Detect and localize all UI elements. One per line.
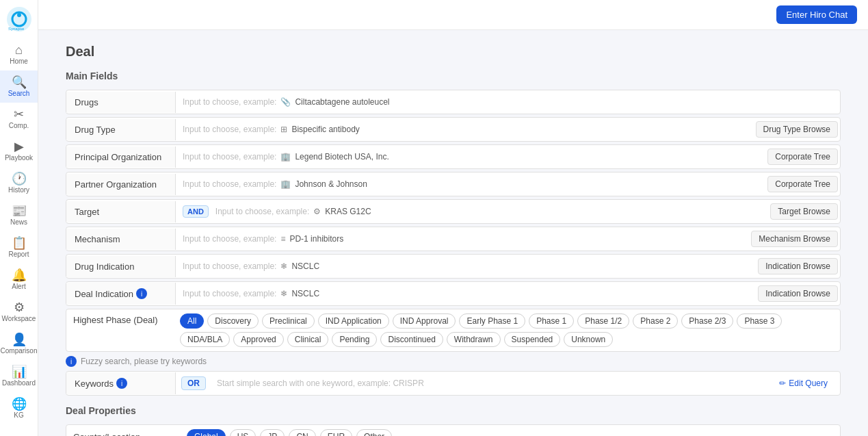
mechanism-browse-button[interactable]: Mechanism Browse: [751, 231, 838, 247]
report-icon: 📋: [12, 237, 27, 249]
sidebar-item-report[interactable]: 📋Report: [0, 231, 38, 264]
country-tag-jp[interactable]: JP: [260, 429, 285, 436]
highest-phase-row: Highest Phase (Deal) All Discovery Precl…: [66, 309, 841, 352]
country-tag-other[interactable]: Other: [356, 429, 392, 436]
phase-tag-discovery[interactable]: Discovery: [207, 313, 259, 329]
drug-indication-row: Drug Indication Input to choose, example…: [66, 254, 841, 279]
phase-tag-phase1[interactable]: Phase 1: [529, 313, 574, 329]
sidebar-item-news[interactable]: 📰News: [0, 199, 38, 231]
phase-tag-phase2-3[interactable]: Phase 2/3: [681, 313, 733, 329]
drug-type-example-icon: ⊞: [280, 125, 287, 134]
edit-query-button[interactable]: ✏ Edit Query: [772, 376, 834, 391]
sidebar-item-home[interactable]: ⌂Home: [0, 38, 38, 70]
drug-indication-input[interactable]: Input to choose, example: ❄ NSCLC: [176, 257, 756, 275]
playbook-icon: ▶: [14, 140, 24, 153]
phase-tag-phase1-2[interactable]: Phase 1/2: [577, 313, 629, 329]
sidebar-item-kg[interactable]: 🌐KG: [0, 392, 38, 424]
partner-org-browse-button[interactable]: Corporate Tree: [767, 176, 838, 192]
sidebar-item-dashboard[interactable]: 📊Dashboard: [0, 360, 38, 392]
phase-tag-approved[interactable]: Approved: [233, 332, 283, 347]
drug-indication-browse-button[interactable]: Indication Browse: [758, 258, 838, 274]
phase-tag-phase2[interactable]: Phase 2: [633, 313, 678, 329]
phase-tag-phase3[interactable]: Phase 3: [737, 313, 782, 329]
edit-icon: ✏: [779, 379, 786, 388]
phase-tag-all[interactable]: All: [180, 313, 204, 329]
partner-org-input[interactable]: Input to choose, example: 🏢 Johnson & Jo…: [176, 175, 765, 193]
target-label: Target: [66, 201, 176, 222]
deal-indication-browse-button[interactable]: Indication Browse: [758, 285, 838, 302]
country-tag-cn[interactable]: CN: [289, 429, 315, 436]
deal-indication-input[interactable]: Input to choose, example: ❄ NSCLC: [176, 285, 756, 303]
phase-tag-withdrawn[interactable]: Withdrawn: [447, 332, 501, 347]
main-fields-title: Main Fields: [66, 70, 841, 81]
drug-type-row: Drug Type Input to choose, example: ⊞ Bi…: [66, 117, 841, 142]
phase-tag-preclinical[interactable]: Preclinical: [262, 313, 315, 329]
country-location-row: Country/Location Global US JP CN EUR Oth…: [66, 424, 841, 436]
target-row: Target AND Input to choose, example: ⚙ K…: [66, 199, 841, 224]
target-input[interactable]: AND Input to choose, example: ⚙ KRAS G12…: [176, 201, 768, 222]
phase-tag-suspended[interactable]: Suspended: [504, 332, 561, 347]
drug-type-label: Drug Type: [66, 119, 176, 140]
svg-point-2: [17, 13, 21, 17]
phase-tag-early-phase1[interactable]: Early Phase 1: [459, 313, 525, 329]
country-tag-global[interactable]: Global: [187, 429, 226, 436]
sidebar-item-search[interactable]: 🔍Search: [0, 70, 38, 103]
keywords-input[interactable]: Start simple search with one keyword, ex…: [211, 374, 772, 392]
mechanism-input[interactable]: Input to choose, example: ≡ PD-1 inhibit…: [176, 230, 749, 248]
target-browse-button[interactable]: Target Browse: [770, 203, 838, 220]
country-tag-eur[interactable]: EUR: [320, 429, 352, 436]
deal-indication-row: Deal Indication i Input to choose, examp…: [66, 281, 841, 306]
phase-tag-nda-bla[interactable]: NDA/BLA: [180, 332, 230, 347]
workspace-icon: ⚙: [14, 301, 25, 313]
drug-indication-example-icon: ❄: [280, 261, 287, 271]
svg-text:Synapse: Synapse: [8, 27, 25, 31]
drugs-label: Drugs: [66, 92, 176, 113]
highest-phase-label: Highest Phase (Deal): [73, 313, 176, 325]
highest-phase-tags: All Discovery Preclinical IND Applicatio…: [180, 313, 833, 347]
logo: Synapse: [5, 5, 33, 33]
drug-type-input[interactable]: Input to choose, example: ⊞ Bispecific a…: [176, 120, 754, 138]
phase-tag-unknown[interactable]: Unknown: [564, 332, 613, 347]
alert-icon: 🔔: [12, 269, 27, 281]
drugs-input[interactable]: Input to choose, example: 📎 Ciltacabtage…: [176, 93, 840, 111]
sidebar-item-comp[interactable]: ✂Comp.: [0, 103, 38, 135]
sidebar-item-history[interactable]: 🕐History: [0, 167, 38, 199]
partner-org-row: Partner Organization Input to choose, ex…: [66, 172, 841, 196]
deal-properties-title: Deal Properties: [66, 405, 841, 416]
target-example-icon: ⚙: [313, 207, 321, 216]
phase-tag-clinical[interactable]: Clinical: [287, 332, 329, 347]
phase-tag-discontinued[interactable]: Discontinued: [380, 332, 443, 347]
page-title: Deal: [66, 44, 841, 60]
home-icon: ⌂: [15, 44, 23, 56]
keywords-row: Keywords i OR Start simple search with o…: [66, 371, 841, 396]
mechanism-label: Mechanism: [66, 229, 176, 250]
sidebar-item-playbook[interactable]: ▶Playbook: [0, 135, 38, 167]
country-tag-us[interactable]: US: [230, 429, 257, 436]
principal-org-example-icon: 🏢: [280, 152, 291, 162]
principal-org-label: Principal Organization: [66, 146, 176, 168]
deal-indication-example-icon: ❄: [280, 289, 287, 298]
partner-org-label: Partner Organization: [66, 174, 176, 195]
deal-indication-info-icon: i: [136, 288, 147, 299]
country-location-label: Country/Location: [73, 432, 183, 437]
comp-icon: ✂: [14, 108, 24, 120]
principal-org-browse-button[interactable]: Corporate Tree: [767, 149, 838, 165]
sidebar-item-comparison[interactable]: 👤Comparison: [0, 328, 38, 360]
sidebar: Synapse ⌂Home 🔍Search ✂Comp. ▶Playbook 🕐…: [0, 0, 38, 436]
phase-tag-ind-application[interactable]: IND Application: [318, 313, 389, 329]
mechanism-example-icon: ≡: [280, 234, 285, 244]
sidebar-item-workspace[interactable]: ⚙Workspace: [0, 296, 38, 328]
sidebar-item-alert[interactable]: 🔔Alert: [0, 264, 38, 296]
enter-hiro-button[interactable]: Enter Hiro Chat: [776, 5, 857, 24]
and-badge: AND: [183, 205, 209, 218]
principal-org-input[interactable]: Input to choose, example: 🏢 Legend Biote…: [176, 148, 765, 166]
drug-type-browse-button[interactable]: Drug Type Browse: [756, 121, 839, 138]
keywords-label: Keywords i: [66, 372, 176, 394]
principal-org-row: Principal Organization Input to choose, …: [66, 144, 841, 169]
keywords-info-icon: i: [116, 378, 127, 389]
news-icon: 📰: [12, 205, 27, 217]
phase-tag-pending[interactable]: Pending: [332, 332, 377, 347]
fuzzy-search-note: i Fuzzy search, please try keywords: [66, 356, 841, 367]
top-bar: Enter Hiro Chat: [38, 0, 868, 30]
phase-tag-ind-approval[interactable]: IND Approval: [393, 313, 456, 329]
